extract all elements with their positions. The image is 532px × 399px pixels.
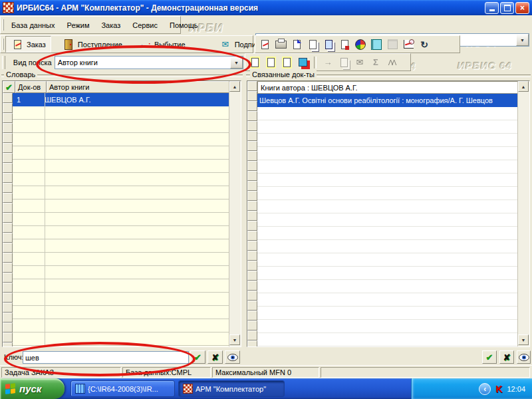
row-selector-cell[interactable] (3, 283, 13, 293)
term-column-header[interactable]: Автор книги (47, 81, 229, 93)
row-selector-cell[interactable] (247, 251, 257, 261)
toolbar-grip[interactable] (3, 39, 4, 51)
scroll-down-button[interactable]: ▼ (518, 334, 529, 345)
row-selector-cell[interactable] (3, 243, 13, 253)
count-column-header[interactable]: Док-ов (15, 81, 47, 93)
row-selector-cell[interactable] (3, 143, 13, 153)
row-selector-cell[interactable] (3, 293, 13, 303)
refresh-icon[interactable]: ↻ (418, 38, 431, 51)
scroll-up-button[interactable]: ▲ (518, 81, 529, 92)
scroll-down-button[interactable]: ▼ (229, 334, 240, 345)
row-selector-cell[interactable] (247, 311, 257, 321)
apply-key-button[interactable]: ✔ (190, 350, 205, 364)
row-selector-cell[interactable] (247, 221, 257, 231)
row-selector-cell[interactable] (247, 201, 257, 211)
row-selector-cell[interactable] (3, 153, 13, 163)
view-record-icon[interactable] (306, 38, 319, 51)
tab-order[interactable]: Заказ (5, 36, 51, 53)
linked-doc-selected-row[interactable]: Шевцов А.Г. Освітні основи реабілітологі… (257, 94, 518, 107)
edit-record-icon[interactable] (258, 38, 271, 51)
start-button[interactable]: пуск (0, 378, 65, 399)
edit-group-icon[interactable] (337, 56, 350, 68)
tab-arrival[interactable]: Поступление (57, 36, 128, 53)
row-selector-cell[interactable] (3, 342, 13, 346)
row-selector-cell[interactable] (3, 203, 13, 213)
row-selector-cell[interactable] (247, 231, 257, 241)
package-icon[interactable] (386, 38, 399, 51)
graph-search-icon[interactable] (402, 38, 415, 51)
dictionary-scrollbar[interactable]: ▲ ▼ (229, 81, 241, 346)
menu-mode[interactable]: Режим (61, 19, 96, 31)
export-record-icon[interactable] (338, 38, 351, 51)
row-selector-cell[interactable] (247, 291, 257, 301)
dictionary-data-area[interactable]: 1 ШЕВЦОВ А.Г. (13, 93, 229, 346)
linked-docs-grid[interactable]: Книги автора : ШЕВЦОВ А.Г. Шевцов А.Г. О… (247, 80, 530, 347)
row-selector-cell[interactable] (247, 281, 257, 291)
key-input[interactable] (23, 351, 189, 364)
scroll-up-button[interactable]: ▲ (229, 81, 240, 92)
row-selector-cell[interactable] (3, 223, 13, 233)
row-selector-cell[interactable] (247, 81, 257, 91)
close-button[interactable]: × (515, 2, 529, 14)
restore-button[interactable] (500, 2, 514, 14)
menu-order[interactable]: Заказ (95, 19, 126, 31)
menu-database[interactable]: База данных (5, 19, 61, 31)
clear-key-button[interactable]: ✘ (207, 350, 223, 364)
search-type-combobox[interactable]: Автор книги ▼ (55, 56, 243, 69)
menu-help[interactable]: Помощь (164, 19, 204, 31)
row-selector-cell[interactable] (3, 113, 13, 123)
check-column-header[interactable]: ✔ (3, 81, 15, 93)
row-selector-cell[interactable] (3, 93, 13, 103)
chevron-down-icon[interactable]: ▼ (230, 57, 243, 68)
row-selector-cell[interactable] (247, 181, 257, 191)
row-selector-cell[interactable] (3, 173, 13, 183)
copy-icon[interactable] (322, 38, 335, 51)
minimize-button[interactable] (485, 2, 499, 14)
row-selector-cell[interactable] (3, 133, 13, 143)
row-selector-cell[interactable] (247, 131, 257, 141)
row-selector-cell[interactable] (3, 123, 13, 133)
row-selector-cell[interactable] (247, 321, 257, 331)
notebook-icon[interactable] (370, 38, 383, 51)
row-selector-cell[interactable] (247, 191, 257, 201)
row-selector-cell[interactable] (3, 213, 13, 223)
row-selector-cell[interactable] (247, 91, 257, 101)
chevron-down-icon[interactable]: ▼ (516, 34, 529, 46)
row-selector-cell[interactable] (3, 313, 13, 323)
mail-icon[interactable]: ✉ (353, 56, 366, 68)
row-selector-cell[interactable] (247, 161, 257, 171)
taskbar-item-server[interactable]: {C:\IR64-2008(3)\IR... (70, 380, 175, 397)
save-record-icon[interactable] (290, 38, 303, 51)
linked-docs-scrollbar[interactable]: ▲ ▼ (517, 81, 529, 346)
row-selector-cell[interactable] (3, 233, 13, 243)
new-document-icon[interactable] (248, 56, 261, 68)
transfer-icon[interactable]: ← (321, 56, 334, 68)
row-selector-cell[interactable] (247, 301, 257, 311)
view-terms-button[interactable] (225, 350, 240, 364)
antivirus-tray-icon[interactable]: K (495, 384, 502, 394)
row-selector-cell[interactable] (247, 271, 257, 281)
row-selector-cell[interactable] (247, 111, 257, 121)
row-selector-cell[interactable] (3, 183, 13, 193)
row-selector-cell[interactable] (247, 241, 257, 251)
statistics-pie-icon[interactable] (354, 38, 367, 51)
row-selector-cell[interactable] (3, 263, 13, 273)
row-selector-cell[interactable] (3, 103, 13, 113)
new-list-icon[interactable] (264, 56, 277, 68)
row-selector-cell[interactable] (247, 261, 257, 271)
tab-withdrawal[interactable]: ←: Выбытие (133, 36, 191, 53)
row-selector-cell[interactable] (247, 151, 257, 161)
dictionary-grid[interactable]: ✔ Док-ов Автор книги 1 ШЕВЦОВ А.Г. ▲ ▼ (2, 80, 241, 347)
toolbar-grip[interactable] (3, 19, 4, 31)
hide-icons-chevron[interactable]: ‹ (479, 383, 491, 395)
copy-move-icon[interactable] (296, 56, 309, 68)
row-selector-cell[interactable] (3, 193, 13, 203)
row-selector-cell[interactable] (247, 211, 257, 221)
apply-selection-button[interactable]: ✔ (482, 350, 497, 364)
menu-service[interactable]: Сервис (126, 19, 164, 31)
taskbar-item-komplektator[interactable]: АРМ "Комплектатор" (178, 380, 285, 397)
row-selector-cell[interactable] (3, 273, 13, 283)
row-selector-cell[interactable] (3, 323, 13, 332)
print-icon[interactable] (274, 38, 287, 51)
linked-docs-data-area[interactable]: Шевцов А.Г. Освітні основи реабілітологі… (257, 94, 518, 346)
